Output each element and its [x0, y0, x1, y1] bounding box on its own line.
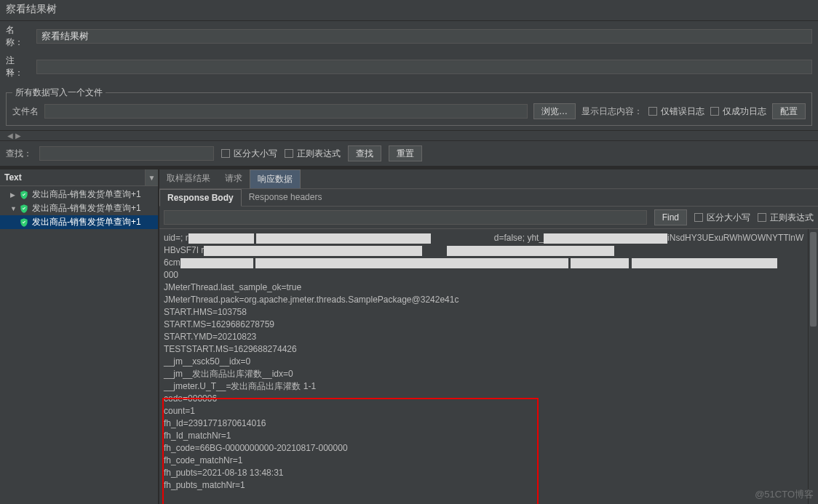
configure-button[interactable]: 配置: [772, 103, 806, 119]
expand-icon: ▶: [10, 191, 16, 199]
tab-response-headers[interactable]: Response headers: [242, 189, 330, 206]
search-reset-button[interactable]: 重置: [389, 145, 422, 161]
show-log-label: 显示日志内容：: [581, 105, 643, 118]
scroll-left-icon: ◀: [7, 132, 13, 140]
response-sub-tabs: Response Body Response headers: [159, 189, 818, 207]
tab-sampler-result[interactable]: 取样器结果: [159, 169, 218, 188]
only-success-checkbox[interactable]: 仅成功日志: [710, 105, 766, 118]
vertical-scrollbar[interactable]: [808, 229, 818, 504]
tree-item[interactable]: 发出商品-销售发货单查询+1: [0, 215, 158, 229]
name-row: 名称：: [0, 21, 818, 52]
search-bar: 查找： 区分大小写 正则表达式 查找 重置: [0, 140, 818, 167]
pane-title: 察看结果树: [0, 0, 818, 21]
search-case-checkbox[interactable]: 区分大小写: [221, 148, 277, 160]
comment-label: 注释：: [6, 55, 31, 79]
tree-item[interactable]: ▼ 发出商品-销售发货单查询+1: [0, 201, 158, 215]
browse-button[interactable]: 浏览…: [533, 103, 576, 119]
tree-renderer-selector[interactable]: Text ▼: [0, 169, 158, 186]
success-shield-icon: [19, 190, 29, 200]
name-label: 名称：: [6, 24, 31, 49]
comment-input[interactable]: [36, 60, 812, 74]
response-find-button[interactable]: Find: [654, 209, 687, 225]
only-error-checkbox[interactable]: 仅错误日志: [648, 105, 704, 118]
horizontal-scroll-hint[interactable]: ◀ ▶: [0, 130, 818, 140]
tab-response-data[interactable]: 响应数据: [250, 169, 301, 188]
watermark: @51CTO博客: [755, 488, 814, 501]
response-find-case-checkbox[interactable]: 区分大小写: [694, 212, 750, 224]
tree-renderer-label: Text: [0, 169, 145, 185]
detail-pane: 取样器结果 请求 响应数据 Response Body Response hea…: [159, 169, 818, 504]
filename-input[interactable]: [44, 104, 528, 119]
search-input[interactable]: [39, 146, 214, 161]
tree-item-label: 发出商品-销售发货单查询+1: [32, 216, 141, 228]
collapse-icon: ▼: [10, 205, 16, 212]
file-output-fieldset: 所有数据写入一个文件 文件名 浏览… 显示日志内容： 仅错误日志 仅成功日志 配…: [6, 87, 812, 126]
tab-request[interactable]: 请求: [218, 169, 250, 188]
scroll-right-icon: ▶: [15, 132, 21, 140]
search-label: 查找：: [6, 148, 32, 160]
response-body-text[interactable]: uid=; r d=false; yht_iNsdHY3UExuRWhWOWNY…: [159, 229, 818, 504]
response-find-regex-checkbox[interactable]: 正则表达式: [758, 212, 814, 224]
result-tree-pane: Text ▼ ▶ 发出商品-销售发货单查询+1 ▼ 发出商品-销售发货单查询+1: [0, 169, 159, 504]
search-find-button[interactable]: 查找: [348, 145, 381, 161]
tree-item-label: 发出商品-销售发货单查询+1: [32, 188, 141, 201]
scrollbar-thumb[interactable]: [810, 232, 817, 327]
success-shield-icon: [19, 217, 29, 228]
dropdown-icon: ▼: [145, 169, 158, 185]
filename-label: 文件名: [12, 105, 39, 118]
tree-item[interactable]: ▶ 发出商品-销售发货单查询+1: [0, 188, 158, 201]
name-input[interactable]: [36, 29, 812, 44]
comment-row: 注释：: [0, 52, 818, 82]
file-output-legend: 所有数据写入一个文件: [12, 87, 106, 99]
detail-tabs: 取样器结果 请求 响应数据: [159, 169, 818, 189]
response-find-input[interactable]: [164, 210, 647, 225]
response-find-bar: Find 区分大小写 正则表达式: [159, 207, 818, 229]
search-regex-checkbox[interactable]: 正则表达式: [285, 148, 341, 160]
tab-response-body[interactable]: Response Body: [159, 189, 242, 207]
tree-item-label: 发出商品-销售发货单查询+1: [32, 202, 141, 215]
success-shield-icon: [19, 204, 29, 214]
